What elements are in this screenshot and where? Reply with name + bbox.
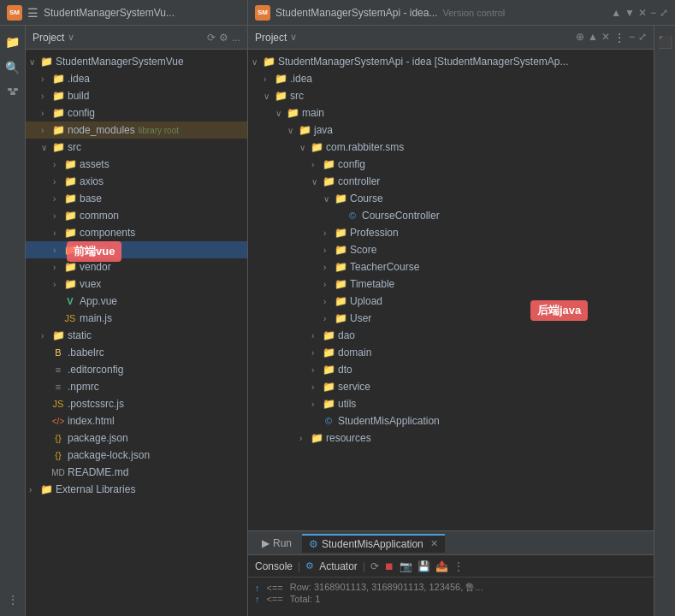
right-tree-item-3[interactable]: ∨📁main [248,104,654,121]
console-label[interactable]: Console [255,560,293,572]
run-tab[interactable]: ▶ Run [255,534,299,553]
left-tree-item-8[interactable]: ›📁base [26,190,247,207]
right-tree-item-14[interactable]: ›📁Upload [248,293,654,310]
export-icon[interactable]: 📤 [435,560,448,572]
left-tree-item-18[interactable]: ≡.editorconfig [26,361,247,378]
right-tree-item-13[interactable]: ›📁Timetable [248,275,654,293]
sync-icon[interactable]: ⟳ [207,32,216,44]
left-tree-item-24[interactable]: MDREADME.md [26,464,247,481]
left-tree-item-11[interactable]: ›📁router [26,241,247,258]
left-tree-item-16[interactable]: ›📁static [26,327,247,344]
screenshot-icon[interactable]: 📷 [400,560,412,572]
right-minimize-icon[interactable]: − [629,31,635,44]
left-tree-item-1[interactable]: ›📁.idea [26,70,247,87]
right-tree-item-16[interactable]: ›📁dao [248,327,654,344]
minimize-icon[interactable]: ▲ [611,7,621,19]
right-tree-item-5[interactable]: ∨📁com.rabbiter.sms [248,139,654,156]
hamburger-menu-left[interactable]: ☰ [27,6,38,20]
right-tree-item-8[interactable]: ∨📁Course [248,190,654,207]
right-tree-item-22[interactable]: ›📁resources [248,429,654,447]
tree-label: .idea [290,73,312,85]
left-tree-item-20[interactable]: JS.postcssrc.js [26,395,247,412]
minimize-window-icon[interactable]: − [650,7,656,19]
tree-arrow: › [323,314,334,323]
actuator-label[interactable]: Actuator [319,560,358,572]
left-tree-item-14[interactable]: VApp.vue [26,293,247,310]
left-tree-item-7[interactable]: ›📁axios [26,173,247,190]
left-tree-item-13[interactable]: ›📁vuex [26,275,247,293]
right-tree-item-10[interactable]: ›📁Profession [248,224,654,241]
ellipsis-icon[interactable]: ... [232,32,240,44]
right-tree-item-15[interactable]: ›📁User [248,310,654,327]
right-tree-item-6[interactable]: ›📁config [248,156,654,173]
right-tree-item-20[interactable]: ›📁utils [248,395,654,412]
arrow-left-icon-2[interactable]: ↑ [255,594,260,604]
right-panel-chevron[interactable]: ∨ [290,32,297,43]
left-tree-item-4[interactable]: ›📁node_modules library root [26,121,247,139]
tree-label: config [338,158,365,170]
left-tree-item-15[interactable]: JSmain.js [26,310,247,327]
folder-icon: 📁 [63,210,77,222]
expand-icon[interactable]: ▼ [625,7,635,19]
left-tree-item-3[interactable]: ›📁config [26,104,247,121]
app-tab[interactable]: ⚙ StudentMisApplication ✕ [302,534,445,553]
more-tools-icon[interactable]: ⋮ [3,590,22,609]
gear-icon[interactable]: ⚙ [219,32,228,44]
right-tree-item-19[interactable]: ›📁service [248,378,654,395]
left-tree-item-22[interactable]: {}package.json [26,429,247,447]
right-tree-item-1[interactable]: ›📁.idea [248,70,654,87]
folder-icon: 📁 [63,192,77,204]
left-tree-item-6[interactable]: ›📁assets [26,156,247,173]
structure-icon[interactable] [3,84,22,103]
close-icon[interactable]: ✕ [638,7,647,19]
refresh-icon[interactable]: ⟳ [370,560,379,572]
left-tree-item-10[interactable]: ›📁components [26,224,247,241]
right-sidebar-icon[interactable]: ⬛ [655,33,674,51]
left-tree-item-5[interactable]: ∨📁src [26,139,247,156]
right-tree-item-9[interactable]: ©CourseController [248,207,654,224]
left-tree-item-21[interactable]: </>index.html [26,412,247,429]
right-tree-item-11[interactable]: ›📁Score [248,241,654,258]
left-tree-item-2[interactable]: ›📁build [26,87,247,104]
right-tree-item-4[interactable]: ∨📁java [248,121,654,139]
left-tree-item-17[interactable]: B.babelrc [26,344,247,361]
left-panel-chevron[interactable]: ∨ [68,32,74,43]
right-tree-item-7[interactable]: ∨📁controller [248,173,654,190]
right-tree-item-12[interactable]: ›📁TeacherCourse [248,258,654,275]
right-tree-item-0[interactable]: ∨📁StudentManagerSystemApi - idea [Studen… [248,53,654,70]
tree-label: Timetable [350,278,394,290]
more-icon[interactable]: ⋮ [453,560,464,572]
folder-icon: 📁 [51,124,65,136]
svg-rect-1 [14,88,18,91]
left-tree-item-19[interactable]: ≡.npmrc [26,378,247,395]
right-sync-icon[interactable]: ⊕ [576,31,584,44]
tree-label: User [350,312,371,324]
right-menu-icon[interactable]: ⋮ [613,31,625,44]
project-icon[interactable]: 📁 [3,33,22,51]
tree-arrow: › [53,280,63,289]
arrow-left-icon[interactable]: ↑ [255,583,260,593]
tree-label: assets [80,158,110,170]
left-tree-item-9[interactable]: ›📁common [26,207,247,224]
right-tree-item-2[interactable]: ∨📁src [248,87,654,104]
right-up-icon[interactable]: ▲ [588,31,598,44]
save-icon[interactable]: 💾 [417,560,430,572]
left-tree: ∨📁StudentManagerSystemVue›📁.idea›📁build›… [26,53,247,498]
right-close-icon[interactable]: ✕ [601,31,610,44]
right-tree-item-21[interactable]: ©StudentMisApplication [248,412,654,429]
right-expand-icon[interactable]: ⤢ [638,31,647,44]
app-tab-close[interactable]: ✕ [430,538,438,549]
folder-icon: 📁 [63,227,77,239]
npmrc-file-icon: ≡ [51,381,65,393]
right-panel-title: Project [255,32,287,44]
main-content: 📁 🔍 ⋮ Project ∨ ⟳ ⚙ ... [0,26,675,616]
left-tree-item-12[interactable]: ›📁vendor [26,258,247,275]
stop-icon[interactable]: ⏹ [384,560,394,572]
left-tree-item-0[interactable]: ∨📁StudentManagerSystemVue [26,53,247,70]
right-tree-item-17[interactable]: ›📁domain [248,344,654,361]
maximize-icon[interactable]: ⤢ [660,7,668,19]
left-tree-item-23[interactable]: {}package-lock.json [26,447,247,464]
left-tree-item-25[interactable]: ›📁External Libraries [26,481,247,498]
right-tree-item-18[interactable]: ›📁dto [248,361,654,378]
search-icon[interactable]: 🔍 [3,58,22,77]
